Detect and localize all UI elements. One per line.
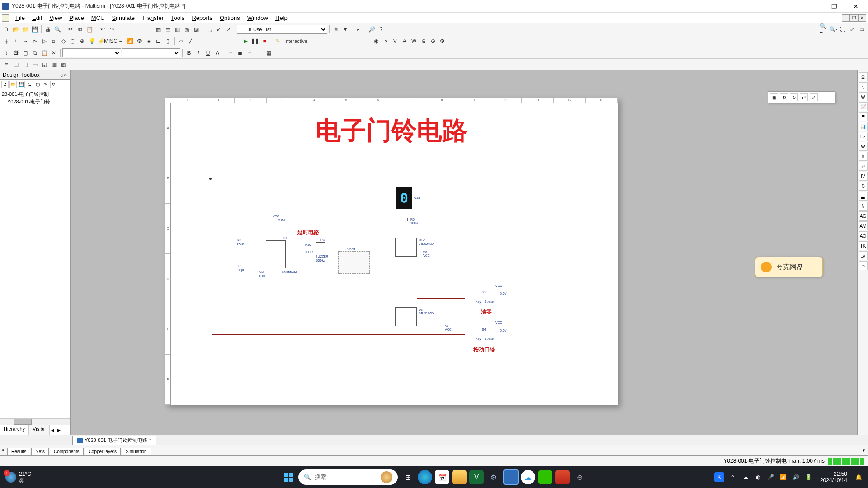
place-connector-button[interactable]: ⊏ (154, 37, 163, 46)
bullets-button[interactable]: ⋮ (255, 48, 264, 57)
distortion-analyzer-icon[interactable]: D (859, 182, 868, 191)
maximize-button[interactable]: ❐ (824, 1, 844, 12)
notifications-icon[interactable]: 🔔 (854, 473, 863, 481)
rotate-icon[interactable]: ⟲ (780, 93, 788, 101)
toolbox-saveall-button[interactable]: 🗂 (26, 81, 33, 88)
menu-edit[interactable]: Edit (28, 14, 46, 22)
onedrive-icon[interactable]: ☁ (741, 473, 750, 481)
pause-button[interactable]: ❚❚ (250, 37, 259, 46)
probe-settings-button[interactable]: ⚬ (381, 37, 390, 46)
menu-options[interactable]: Options (216, 14, 244, 22)
results-tab[interactable]: Results (7, 448, 30, 455)
parent-sheet-button[interactable]: ⬚ (205, 25, 214, 34)
place-transistor-button[interactable]: ⊳ (30, 37, 39, 46)
spectrum-analyzer-icon[interactable]: ▃ (859, 192, 868, 201)
function-generator-icon[interactable]: ∿ (859, 82, 868, 91)
tree-root-item[interactable]: 28-001-电子门铃控制 (2, 90, 68, 98)
tab-visibility[interactable]: Visibil (29, 425, 50, 435)
battery-icon[interactable]: 🔋 (805, 473, 813, 481)
menu-file[interactable]: FFileile (12, 14, 28, 22)
menu-tools[interactable]: Tools (167, 14, 188, 22)
stop-button[interactable]: ■ (260, 37, 269, 46)
app-generic-icon[interactable]: ⚙ (486, 470, 501, 484)
spreadsheet-expand-icon[interactable]: ▾ (863, 447, 865, 453)
probe-config-button[interactable]: ⚙ (438, 37, 447, 46)
zoom-fit-button[interactable]: ⤢ (848, 25, 857, 34)
seven-segment-display[interactable]: 0 (396, 187, 412, 209)
place-misc-button[interactable]: MISC (106, 37, 115, 46)
zoom-area-button[interactable]: ⛶ (838, 25, 847, 34)
multimeter-icon[interactable]: Ω (859, 72, 868, 81)
probe-watt-button[interactable]: W (410, 37, 419, 46)
sheet-content[interactable]: 电子门铃电路 延时电路 VCC 5.0V R2 20kΩ U1 LM555CM … (171, 103, 612, 405)
scrollbar-thumb[interactable] (14, 419, 32, 425)
design-tree[interactable]: 28-001-电子门铃控制 Y028-001-电子门铃 (0, 89, 70, 418)
toolbox-scrollbar[interactable] (0, 418, 70, 425)
underline-button[interactable]: U (203, 48, 212, 57)
print-button[interactable]: 🖨 (43, 25, 52, 34)
oscilloscope-xsc1[interactable] (338, 251, 370, 274)
labview-instrument-icon[interactable]: LV (859, 251, 868, 260)
flip-h-icon[interactable]: ↻ (790, 93, 798, 101)
grid-icon[interactable]: ▦ (770, 93, 778, 101)
agilent-scope-icon[interactable]: AO (859, 231, 868, 240)
font-size-combo[interactable] (122, 48, 180, 57)
align-center-button[interactable]: ≣ (236, 48, 245, 57)
r6-resistor[interactable] (397, 218, 408, 221)
agilent-multimeter-icon[interactable]: AM (859, 221, 868, 230)
annotation-select-button[interactable]: ▢ (21, 48, 30, 57)
place-advanced-button[interactable]: ⌁ (116, 37, 125, 46)
place-misc-digital-button[interactable]: ⬚ (68, 37, 77, 46)
back-annotate-button[interactable]: ↙ (214, 25, 223, 34)
flip-v-icon[interactable]: ⇄ (800, 93, 808, 101)
zoom-in-button[interactable]: 🔍+ (819, 25, 828, 34)
help-button[interactable]: ? (377, 25, 386, 34)
toggle-simulate-switch[interactable]: ▥ (173, 25, 182, 34)
font-family-combo[interactable] (62, 48, 121, 57)
toolbox-refresh-button[interactable]: ⟳ (50, 81, 57, 88)
cut-button[interactable]: ✂ (66, 25, 75, 34)
place-cmos-button[interactable]: ◇ (59, 37, 68, 46)
place-mcu-button[interactable]: ▯ (163, 37, 172, 46)
interactive-label[interactable]: Interactive (284, 38, 307, 44)
taskbar-weather[interactable]: 1 21°C 雾 (5, 471, 31, 484)
multisim-icon[interactable] (504, 470, 518, 484)
four-channel-scope-icon[interactable]: ≣ (859, 112, 868, 121)
spreadsheet-close-icon[interactable]: ✕ (0, 448, 6, 452)
place-ni-button[interactable]: ◈ (144, 37, 153, 46)
bode-plotter-icon[interactable]: 📊 (859, 122, 868, 131)
virtual-mydaq-button[interactable]: ▭ (30, 60, 39, 69)
toggle-spreadsheet[interactable]: ▤ (163, 25, 172, 34)
zoom-out-button[interactable]: 🔍- (829, 25, 838, 34)
place-basic-button[interactable]: + (11, 37, 20, 46)
open-button[interactable]: 📂 (11, 25, 20, 34)
place-mixed-button[interactable]: ⊕ (78, 37, 87, 46)
panel-x-icon[interactable]: ✕ (64, 73, 67, 77)
breadboard-view-button[interactable]: ≡ (2, 60, 11, 69)
ercheck-button[interactable]: ✓ (354, 25, 363, 34)
panel-close-icon[interactable]: ▯ (61, 73, 63, 77)
undo-button[interactable]: ↶ (98, 25, 107, 34)
probe-diff-button[interactable]: ⊖ (419, 37, 428, 46)
pcb-layout-button[interactable]: ◱ (40, 60, 49, 69)
menu-help[interactable]: Help (272, 14, 291, 22)
iv-analyzer-icon[interactable]: IV (859, 172, 868, 181)
current-clamp-icon[interactable]: ⊃ (859, 261, 868, 270)
wechat-icon[interactable] (538, 470, 552, 484)
tab-scroll-right[interactable]: ▶ (56, 426, 62, 434)
components-tab[interactable]: Components (50, 448, 84, 455)
menu-mcu[interactable]: MCU (88, 14, 108, 22)
network-analyzer-icon[interactable]: N (859, 202, 868, 211)
volume-icon[interactable]: 🔊 (792, 473, 800, 481)
mdi-close[interactable]: ✕ (858, 14, 866, 22)
chip-u6-74ls160[interactable] (395, 307, 417, 326)
component-wizard-button[interactable]: ⚛ (331, 25, 340, 34)
toggle-grapher[interactable]: ▧ (182, 25, 191, 34)
app-misc-icon[interactable]: ⊕ (572, 470, 587, 484)
simulation-tab[interactable]: Simulation (122, 448, 151, 455)
3d-view-button[interactable]: ◫ (11, 60, 20, 69)
toolbox-close-button[interactable]: ▢ (34, 81, 41, 88)
annotation-copy-button[interactable]: ⧉ (30, 48, 39, 57)
annotation-paste-button[interactable]: 📋 (40, 48, 49, 57)
bus-button[interactable]: ╱ (186, 37, 195, 46)
